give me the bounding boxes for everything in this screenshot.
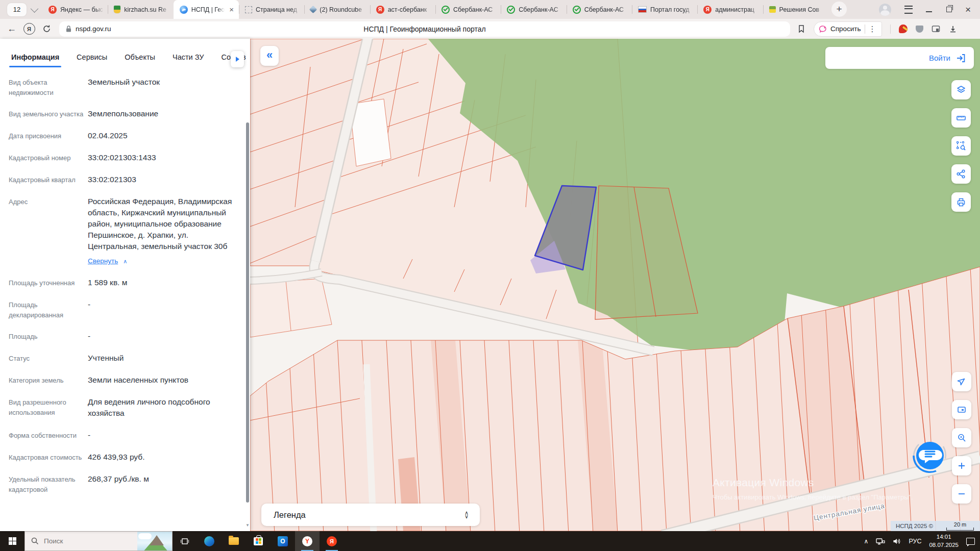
login-bar[interactable]: Войти [825, 47, 974, 69]
profile-avatar[interactable] [879, 4, 891, 16]
support-chat-button[interactable] [910, 435, 950, 476]
volume-icon[interactable] [893, 538, 901, 545]
tab-kirzhach[interactable]: kirzhach.su Re [108, 0, 173, 19]
area-search-button[interactable] [951, 136, 971, 156]
cadastral-map-svg[interactable]: Центральная улица [250, 39, 980, 531]
info-row: Кадастровый квартал33:02:021303 [9, 174, 237, 185]
navigation-arrow-icon [957, 377, 967, 387]
download-icon[interactable] [949, 25, 957, 33]
sberbank-favicon-icon [442, 6, 450, 14]
start-button[interactable] [0, 531, 24, 551]
print-button[interactable] [951, 192, 971, 212]
tab-counter-value[interactable]: 12 [7, 3, 27, 16]
collapse-address-link[interactable]: Свернуть [88, 256, 118, 266]
panel-scrollbar[interactable] [246, 122, 249, 503]
shield-extension-icon[interactable] [916, 26, 923, 33]
taskbar-store[interactable] [246, 531, 271, 551]
panel-tabs: Информация Сервисы Объекты Части ЗУ Сост… [0, 39, 250, 67]
tab-resheniya[interactable]: Решения Сов [763, 0, 828, 19]
bookmark-icon[interactable] [797, 24, 805, 33]
chevron-down-icon[interactable] [31, 5, 39, 13]
login-label[interactable]: Войти [929, 54, 950, 62]
minimap-button[interactable] [952, 400, 971, 419]
tab-services[interactable]: Сервисы [77, 53, 107, 67]
locate-button[interactable] [952, 372, 971, 391]
edge-icon [204, 536, 214, 546]
tabs-scroll-right-button[interactable] [231, 51, 244, 67]
menu-icon[interactable] [904, 6, 913, 14]
nspd-favicon-icon [180, 6, 188, 14]
expand-collapse-icon[interactable]: ∧∨ [464, 511, 469, 518]
yandex-home-button[interactable]: Я [20, 23, 38, 35]
notification-center-icon[interactable] [966, 538, 975, 545]
zoom-in-button[interactable] [952, 456, 971, 475]
tab-roundcube[interactable]: (2) Roundcube [304, 0, 370, 19]
tab-page[interactable]: Страница нед [239, 0, 304, 19]
sberbank-favicon-icon [573, 6, 581, 14]
language-indicator[interactable]: РУС [909, 538, 921, 545]
weather-widget[interactable] [137, 532, 172, 550]
measure-button[interactable] [951, 108, 971, 128]
close-tab-icon[interactable]: × [228, 6, 235, 13]
tab-parcel-parts[interactable]: Части ЗУ [173, 53, 204, 67]
tab-gosuslugi[interactable]: Портал госуд [632, 0, 697, 19]
map-tools-bottom [952, 372, 971, 504]
tab-administration[interactable]: администрац [697, 0, 763, 19]
tab-sberbank-3[interactable]: Сбербанк-АС [567, 0, 632, 19]
share-icon [956, 169, 966, 179]
taskbar-outlook[interactable]: O [271, 531, 295, 551]
tab-ast-sberbank[interactable]: аст-сбербанк [370, 0, 435, 19]
map-viewport[interactable]: Центральная улица « Войти [250, 39, 980, 531]
tab-objects[interactable]: Объекты [125, 53, 155, 67]
search-location-button[interactable] [952, 428, 971, 447]
tab-counter[interactable]: 12 [0, 0, 42, 19]
collapse-panel-button[interactable]: « [260, 46, 279, 66]
share-button[interactable] [951, 164, 971, 184]
ask-alice-button[interactable]: Спросить ⋮ [814, 21, 882, 37]
address-value: Российская Федерация, Владимирская облас… [88, 197, 232, 251]
taskbar-clock[interactable]: 14:01 08.07.2025 [929, 533, 959, 549]
tab-sberbank-1[interactable]: Сбербанк-АС [435, 0, 501, 19]
task-view-button[interactable] [173, 531, 197, 551]
taskbar-search[interactable] [24, 531, 173, 551]
taskbar-edge[interactable] [197, 531, 222, 551]
tab-strip: Яндекс — быс kirzhach.su Re НСПД | Гео× … [42, 0, 828, 19]
chevron-up-icon[interactable]: ∧ [123, 258, 127, 264]
more-options-icon[interactable]: ⋮ [869, 24, 876, 34]
info-row: Кадастровая стоимость426 439,93 руб. [9, 452, 237, 463]
minus-icon [957, 489, 967, 499]
yandex-favicon-icon [376, 6, 384, 14]
tab-yandex[interactable]: Яндекс — быс [42, 0, 108, 19]
tabs-panel-icon[interactable] [932, 25, 941, 33]
search-input[interactable] [43, 537, 121, 545]
attributes-list: Вид объекта недвижимостиЗемельный участо… [0, 67, 250, 494]
new-tab-button[interactable]: + [831, 2, 847, 17]
tab-nspd-active[interactable]: НСПД | Гео× [174, 0, 239, 19]
russia-flag-favicon-icon [638, 6, 647, 13]
scroll-down-icon[interactable]: ▼ [246, 523, 250, 528]
reload-button[interactable] [38, 24, 55, 33]
minimize-button[interactable] [926, 11, 932, 12]
taskb-yandex-app[interactable]: Я [320, 531, 344, 551]
printer-icon [956, 197, 966, 207]
plus-icon [957, 461, 967, 471]
taskbar-explorer[interactable] [222, 531, 246, 551]
zoom-out-button[interactable] [952, 484, 971, 504]
tab-information[interactable]: Информация [11, 53, 59, 67]
extension-icon[interactable] [899, 24, 908, 33]
restore-button[interactable] [946, 7, 952, 12]
close-window-button[interactable]: × [965, 5, 971, 14]
legend-bar[interactable]: Легенда ∧∨ [261, 504, 480, 526]
taskbar-yandex-browser[interactable]: Y [295, 531, 320, 551]
address-bar[interactable]: nspd.gov.ru НСПД | Геоинформационный пор… [59, 21, 790, 37]
map-attribution: НСПД 2025 © 20 m [891, 521, 980, 531]
network-icon[interactable] [876, 537, 885, 545]
layers-button[interactable] [951, 80, 971, 99]
windows-logo-icon [9, 537, 16, 545]
reload-icon [42, 24, 51, 33]
hidden-icons-chevron[interactable]: ∧ [864, 538, 869, 545]
window-controls: × [879, 0, 980, 19]
back-button[interactable]: ← [3, 23, 20, 34]
tab-sberbank-2[interactable]: Сбербанк-АС [501, 0, 566, 19]
windows-taskbar: O Y Я ∧ РУС 14:01 08.07.2025 [0, 531, 980, 551]
